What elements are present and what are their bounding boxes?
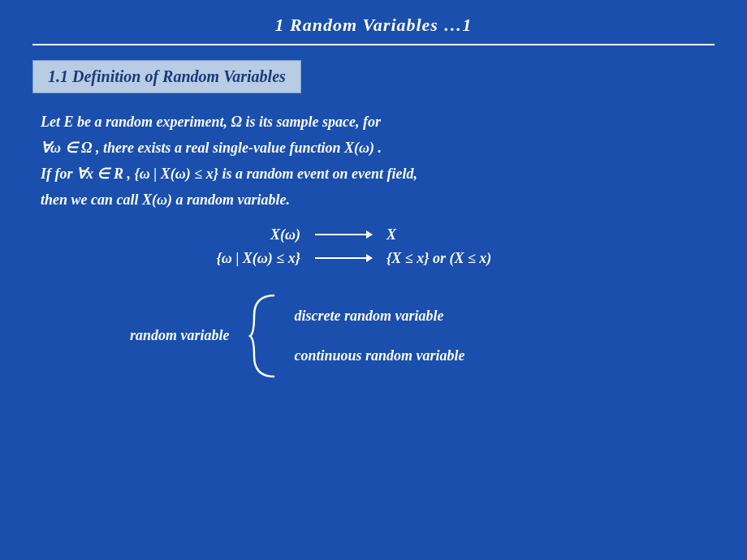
discrete-rv-label: discrete random variable bbox=[295, 308, 465, 325]
slide-page: 1 Random Variables …1 1.1 Definition of … bbox=[0, 0, 747, 560]
math-row1-right: X bbox=[378, 226, 396, 243]
section-title-box: 1.1 Definition of Random Variables bbox=[32, 60, 301, 93]
arrow-icon-1 bbox=[315, 234, 372, 235]
content-line2: ∀ω ∈ Ω , there exists a real single-valu… bbox=[41, 137, 715, 160]
header: 1 Random Variables …1 bbox=[32, 15, 715, 36]
content-block: Let E be a random experiment, Ω is its s… bbox=[32, 111, 715, 212]
header-title: 1 Random Variables …1 bbox=[275, 15, 473, 35]
section-title: 1.1 Definition of Random Variables bbox=[48, 67, 286, 85]
header-divider bbox=[32, 44, 715, 45]
brace-icon bbox=[246, 291, 279, 381]
math-row2-right: {X ≤ x} or (X ≤ x) bbox=[378, 250, 491, 267]
math-diagram: X(ω) X {ω | X(ω) ≤ x} {X ≤ x} or (X ≤ x) bbox=[130, 226, 715, 267]
math-row1-left: X(ω) bbox=[130, 226, 309, 243]
brace-items-list: discrete random variable continuous rand… bbox=[295, 308, 465, 364]
content-line4: then we can call X(ω) a random variable. bbox=[41, 189, 715, 212]
math-row-2: {ω | X(ω) ≤ x} {X ≤ x} or (X ≤ x) bbox=[130, 250, 715, 267]
random-variable-label: random variable bbox=[130, 327, 230, 344]
math-row2-left: {ω | X(ω) ≤ x} bbox=[130, 250, 309, 267]
brace-section: random variable discrete random variable… bbox=[32, 291, 715, 381]
content-line1: Let E be a random experiment, Ω is its s… bbox=[41, 111, 715, 134]
content-line3: If for ∀x ∈ R , {ω | X(ω) ≤ x} is a rand… bbox=[41, 163, 715, 186]
continuous-rv-label: continuous random variable bbox=[295, 347, 465, 364]
arrow-icon-2 bbox=[315, 257, 372, 259]
math-row-1: X(ω) X bbox=[130, 226, 715, 243]
